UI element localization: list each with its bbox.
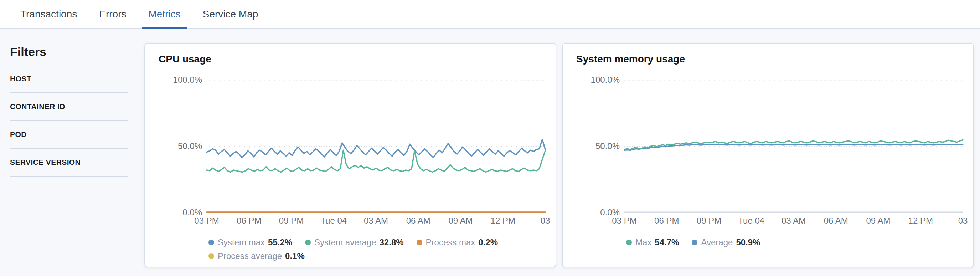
system-memory-usage-plot-area: [624, 80, 963, 212]
cpu-usage-y-axis-label: 100.0%: [152, 75, 202, 85]
system-memory-usage-x-axis-label: Tue 04: [738, 216, 764, 225]
cpu-usage-x-axis-label: 06 PM: [237, 216, 261, 225]
apm-tabs: Transactions Errors Metrics Service Map: [0, 0, 980, 28]
system-memory-usage-y-axis-label: 100.0%: [570, 75, 620, 85]
filter-container-id-label: CONTAINER ID: [10, 102, 65, 110]
system-memory-usage-chart: 100.0%50.0%0.0%03 PM06 PM09 PMTue 0403 A…: [563, 43, 973, 267]
cpu-usage-x-axis-label: 09 PM: [279, 216, 304, 225]
cpu-usage-card: CPU usage 100.0%50.0%0.0%03 PM06 PM09 PM…: [144, 43, 556, 268]
cpu-usage-legend-item-system-average[interactable]: System average32.8%: [305, 237, 403, 248]
system-memory-usage-legend-item-average[interactable]: Average50.9%: [692, 237, 760, 248]
cpu-usage-legend-label-system-average: System average: [314, 238, 376, 247]
filter-container-id[interactable]: CONTAINER ID: [10, 93, 128, 121]
system-memory-usage-x-axis-label: 09 PM: [697, 216, 721, 225]
system-memory-usage-x-axis-label: 03 PM: [612, 216, 636, 225]
filter-host[interactable]: HOST: [10, 74, 128, 93]
cpu-usage-legend-dot-process-max: [417, 239, 422, 245]
cpu-usage-legend-value-system-average: 32.8%: [380, 238, 404, 247]
system-memory-usage-x-axis-label: 09 AM: [866, 216, 890, 225]
system-memory-usage-legend-label-max: Max: [635, 238, 651, 247]
cpu-usage-x-axis-label: 03 PM: [194, 216, 219, 225]
system-memory-usage-legend-dot-average: [692, 239, 697, 245]
metrics-content: Filters HOST CONTAINER ID POD SERVICE VE…: [0, 29, 980, 276]
system-memory-usage-legend-value-average: 50.9%: [736, 238, 760, 247]
cpu-usage-y-axis-label: 50.0%: [152, 141, 202, 151]
cpu-usage-legend-label-system-max: System max: [218, 238, 265, 247]
filter-host-label: HOST: [10, 75, 31, 83]
cpu-usage-x-axis-label: 03 AM: [364, 216, 388, 225]
cpu-usage-x-axis-label: 03: [541, 216, 550, 225]
cpu-usage-x-axis-label: 06 AM: [406, 216, 431, 225]
system-memory-usage-y-axis-label: 50.0%: [570, 141, 620, 151]
tab-bar: Transactions Errors Metrics Service Map: [0, 0, 980, 29]
cpu-usage-plot-area: [207, 80, 545, 212]
system-memory-usage-x-axis-label: 03: [958, 216, 968, 225]
filter-service-version-label: SERVICE VERSION: [10, 158, 81, 166]
filter-service-version[interactable]: SERVICE VERSION: [10, 149, 128, 177]
cpu-usage-legend-dot-process-average: [208, 253, 214, 259]
cpu-usage-series-line-system-max: [207, 139, 545, 158]
cpu-usage-x-axis-label: Tue 04: [320, 216, 347, 225]
cpu-usage-legend-label-process-max: Process max: [426, 238, 476, 247]
tab-transactions[interactable]: Transactions: [14, 0, 83, 28]
system-memory-usage-legend-value-max: 54.7%: [655, 238, 679, 247]
cpu-usage-legend-value-process-max: 0.2%: [478, 238, 498, 247]
cpu-usage-x-axis-label: 12 PM: [491, 216, 515, 225]
system-memory-usage-x-axis-label: 12 PM: [908, 216, 933, 225]
tab-metrics[interactable]: Metrics: [142, 0, 187, 28]
cpu-usage-x-axis-label: 09 AM: [448, 216, 473, 225]
tab-service-map[interactable]: Service Map: [196, 0, 265, 28]
cpu-usage-legend-item-process-average[interactable]: Process average0.1%: [208, 250, 305, 262]
cpu-usage-legend-label-process-average: Process average: [218, 251, 282, 261]
cpu-usage-legend-dot-system-average: [305, 239, 311, 245]
filters-sidebar: Filters HOST CONTAINER ID POD SERVICE VE…: [10, 45, 128, 177]
cpu-usage-legend-value-process-average: 0.1%: [285, 251, 305, 261]
system-memory-usage-card: System memory usage 100.0%50.0%0.0%03 PM…: [562, 43, 974, 268]
system-memory-usage-legend-label-average: Average: [701, 238, 733, 247]
system-memory-usage-legend-item-max[interactable]: Max54.7%: [626, 237, 679, 248]
cpu-usage-legend: System max55.2%System average32.8%Proces…: [208, 237, 550, 262]
system-memory-usage-x-axis-label: 06 PM: [654, 216, 679, 225]
system-memory-usage-series-line-average: [624, 144, 963, 150]
cpu-usage-legend-item-process-max[interactable]: Process max0.2%: [417, 237, 498, 248]
cpu-usage-legend-dot-system-max: [208, 239, 214, 245]
tab-errors[interactable]: Errors: [93, 0, 132, 28]
system-memory-usage-legend: Max54.7%Average50.9%: [626, 237, 968, 248]
cpu-usage-chart: 100.0%50.0%0.0%03 PM06 PM09 PMTue 0403 A…: [145, 43, 555, 267]
system-memory-usage-x-axis-label: 03 AM: [781, 216, 806, 225]
cpu-usage-legend-item-system-max[interactable]: System max55.2%: [208, 237, 292, 248]
filters-heading: Filters: [10, 45, 128, 59]
filter-pod[interactable]: POD: [10, 121, 128, 149]
system-memory-usage-legend-dot-max: [626, 239, 632, 245]
filter-pod-label: POD: [10, 130, 27, 138]
system-memory-usage-x-axis-label: 06 AM: [824, 216, 848, 225]
cpu-usage-legend-value-system-max: 55.2%: [268, 238, 292, 247]
